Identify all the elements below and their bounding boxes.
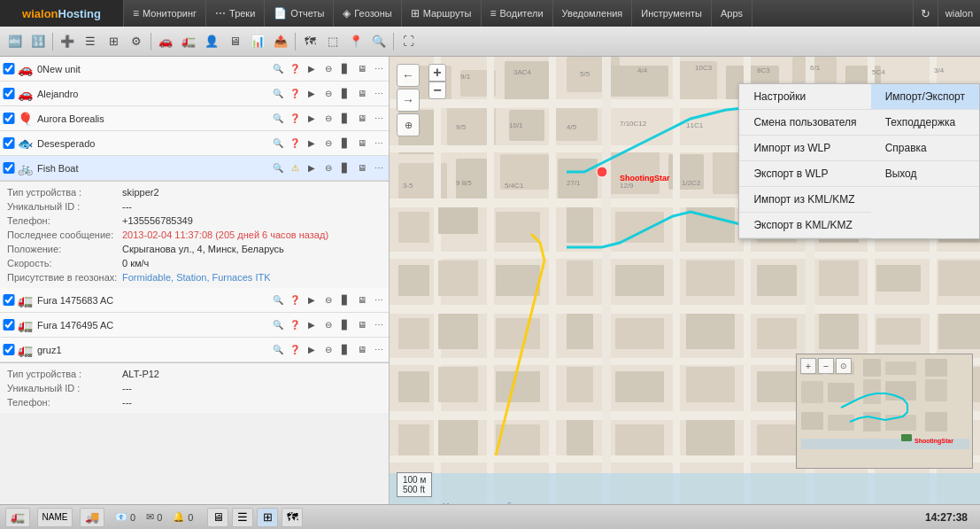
unit-check-aurora[interactable] [2,113,16,124]
unit-action-extra-fura1[interactable]: ⋯ [371,292,387,308]
nav-routes[interactable]: ⊞ Маршруты [402,0,482,27]
unit-action-screen-alej[interactable]: 🖥 [354,86,370,102]
unit-row-fishboat[interactable]: 🚲 Fish Boat 🔍 ⚠ ▶ ⊖ ▊ 🖥 ⋯ [0,156,389,181]
unit-action-route-fura2[interactable]: ▶ [304,317,320,333]
unit-row-fura2[interactable]: 🚛 Fura 1476495 AC 🔍 ❓ ▶ ⊖ ▊ 🖥 ⋯ [0,313,389,338]
unit-action-stop-gruz1[interactable]: ⊖ [320,342,336,358]
dropdown-import-wlp[interactable]: Импорт из WLP [739,136,870,161]
unit-action-extra-fura2[interactable]: ⋯ [371,317,387,333]
bottom-btn-map[interactable]: 🗺 [282,508,303,527]
unit-action-extra-desp[interactable]: ⋯ [371,136,387,152]
dropdown-settings[interactable]: Настройки [739,84,870,110]
minimap-reset[interactable]: ⊙ [836,358,852,374]
dropdown-exit[interactable]: Выход [871,161,979,187]
unit-action-route-gruz1[interactable]: ▶ [304,342,320,358]
unit-check-fura1[interactable] [2,294,16,306]
location-btn[interactable]: 📍 [345,31,367,52]
unit-action-extra-fish[interactable]: ⋯ [371,160,387,176]
unit-action-route-desp[interactable]: ▶ [304,136,320,152]
bottom-btn-monitor[interactable]: 🖥 [207,508,228,527]
unit-action-bar-desp[interactable]: ▊ [337,136,353,152]
unit-action-bar-fura2[interactable]: ▊ [337,317,353,333]
unit-action-search-fura2[interactable]: 🔍 [270,317,286,333]
bottom-btn-grid[interactable]: ⊞ [257,508,278,527]
dropdown-support[interactable]: Техподдержка [871,110,979,136]
unit-action-stop-fura1[interactable]: ⊖ [320,292,336,308]
minimap-zoom-out[interactable]: − [818,358,834,374]
unit-action-screen-0new[interactable]: 🖥 [354,61,370,77]
unit-row-gruz1[interactable]: 🚛 gruz1 🔍 ❓ ▶ ⊖ ▊ 🖥 ⋯ [0,338,389,362]
truck-btn[interactable]: 🚛 [178,31,199,52]
unit-action-stop-fura2[interactable]: ⊖ [320,317,336,333]
unit-action-route-0new[interactable]: ▶ [304,61,320,77]
unit-action-extra-alej[interactable]: ⋯ [371,86,387,102]
bottom-btn-list[interactable]: ☰ [232,508,253,527]
nav-refresh-btn[interactable]: ↻ [913,0,938,27]
map-btn[interactable]: 🗺 [299,31,320,52]
unit-action-screen-gruz1[interactable]: 🖥 [354,342,370,358]
unit-row-0new[interactable]: 🚗 0New unit 🔍 ❓ ▶ ⊖ ▊ 🖥 ⋯ [0,57,389,82]
zoom-out-btn[interactable]: − [428,82,446,99]
monitor-btn[interactable]: 🖥 [224,31,245,52]
unit-action-bar-alej[interactable]: ▊ [337,86,353,102]
dropdown-switch-user[interactable]: Смена пользователя [739,110,870,136]
unit-name-0new[interactable]: 0New unit [34,64,270,74]
unit-action-screen-desp[interactable]: 🖥 [354,136,370,152]
unit-action-bar-0new[interactable]: ▊ [337,61,353,77]
chart-btn[interactable]: 📊 [247,31,268,52]
unit-check-0new[interactable] [2,63,16,74]
unit-action-bar-aurora[interactable]: ▊ [337,111,353,127]
unit-action-info-desp[interactable]: ❓ [287,136,303,152]
nav-monitoring[interactable]: ≡ Мониторинг [124,0,206,27]
nav-apps[interactable]: Apps [712,0,752,27]
dropdown-import-kml[interactable]: Импорт из KML/KMZ [739,187,870,213]
nav-tools[interactable]: Инструменты [632,0,712,27]
unit-row-aurora[interactable]: 🎈 Aurora Borealis 🔍 ❓ ▶ ⊖ ▊ 🖥 ⋯ [0,106,389,131]
unit-check-fishboat[interactable] [2,162,16,174]
unit-action-route-fish[interactable]: ▶ [304,160,320,176]
bottom-btn-truck[interactable]: 🚛 [5,508,30,527]
search-btn[interactable]: 🔍 [368,31,390,52]
sort-az-btn[interactable]: 🔤 [4,31,26,52]
unit-action-route-aurora[interactable]: ▶ [304,111,320,127]
unit-action-stop-desp[interactable]: ⊖ [320,136,336,152]
unit-action-stop-fish[interactable]: ⊖ [320,160,336,176]
unit-action-search-fura1[interactable]: 🔍 [270,292,286,308]
unit-name-alejandro[interactable]: Alejandro [34,89,270,99]
zoom-in-btn[interactable]: + [428,64,446,82]
minimap[interactable]: ShootingStar + − ⊙ [796,354,973,469]
unit-row-fura1[interactable]: 🚛 Fura 1475683 AC 🔍 ❓ ▶ ⊖ ▊ 🖥 ⋯ [0,288,389,313]
unit-action-info-aurora[interactable]: ❓ [287,111,303,127]
unit-name-gruz1[interactable]: gruz1 [34,345,270,355]
unit-action-extra-0new[interactable]: ⋯ [371,61,387,77]
unit-action-route-fura1[interactable]: ▶ [304,292,320,308]
unit-action-bar-fish[interactable]: ▊ [337,160,353,176]
unit-row-alejandro[interactable]: 🚗 Alejandro 🔍 ❓ ▶ ⊖ ▊ 🖥 ⋯ [0,82,389,106]
nav-drivers[interactable]: ≡ Водители [482,0,553,27]
unit-action-bar-gruz1[interactable]: ▊ [337,342,353,358]
unit-name-fura2[interactable]: Fura 1476495 AC [34,320,270,331]
unit-check-desesperado[interactable] [2,137,16,149]
unit-action-extra-gruz1[interactable]: ⋯ [371,342,387,358]
person-btn[interactable]: 👤 [201,31,222,52]
unit-action-search-aurora[interactable]: 🔍 [270,111,286,127]
unit-check-fura2[interactable] [2,319,16,331]
unit-action-info-gruz1[interactable]: ❓ [287,342,303,358]
list-view-btn[interactable]: ☰ [80,31,101,52]
unit-name-fura1[interactable]: Fura 1475683 AC [34,295,270,306]
nav-notifications[interactable]: Уведомления [553,0,633,27]
unit-action-info-0new[interactable]: ❓ [287,61,303,77]
nav-user-btn[interactable]: wialon [938,0,980,27]
unit-action-screen-aurora[interactable]: 🖥 [354,111,370,127]
unit-action-search-desp[interactable]: 🔍 [270,136,286,152]
unit-action-screen-fish[interactable]: 🖥 [354,160,370,176]
unit-action-stop-0new[interactable]: ⊖ [320,61,336,77]
unit-action-info-alej[interactable]: ❓ [287,86,303,102]
unit-action-screen-fura2[interactable]: 🖥 [354,317,370,333]
unit-check-alejandro[interactable] [2,88,16,99]
unit-action-stop-alej[interactable]: ⊖ [320,86,336,102]
unit-row-desesperado[interactable]: 🐟 Desesperado 🔍 ❓ ▶ ⊖ ▊ 🖥 ⋯ [0,131,389,156]
unit-action-search-fish[interactable]: 🔍 [270,160,286,176]
layers-btn[interactable]: ⬚ [322,31,343,52]
map-area[interactable]: Москворецкая наб. ShootingStar 2С3 9/1 3… [390,57,980,504]
